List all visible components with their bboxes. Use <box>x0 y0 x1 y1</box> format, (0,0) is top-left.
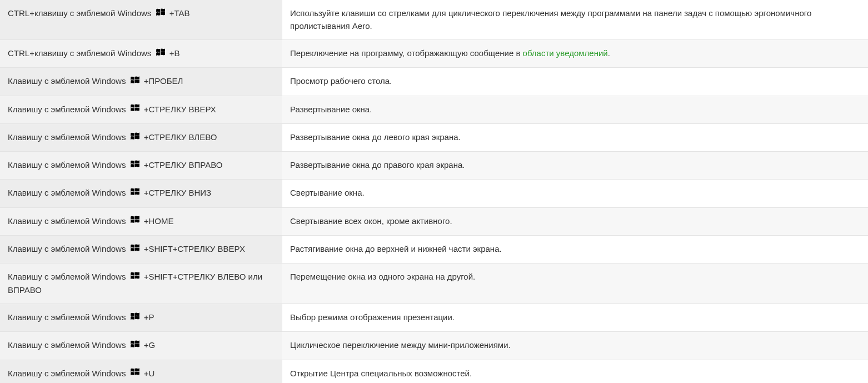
shortcut-key-cell: Клавишу с эмблемой Windows +G <box>0 332 282 360</box>
shortcut-key-prefix: Клавишу с эмблемой Windows <box>8 188 126 197</box>
shortcut-key-suffix: +ПРОБЕЛ <box>144 76 183 86</box>
shortcut-key-cell: Клавишу с эмблемой Windows +СТРЕЛКУ ВЛЕВ… <box>0 123 282 151</box>
shortcut-desc-text: Открытие Центра специальных возможностей… <box>290 369 472 378</box>
shortcut-desc-text: Просмотр рабочего стола. <box>290 76 392 86</box>
shortcut-desc-cell: Развертывание окна до правого края экран… <box>282 152 868 180</box>
shortcut-desc-text-after: . <box>608 48 610 58</box>
windows-logo-icon <box>129 271 141 283</box>
shortcut-key-cell: CTRL+клавишу с эмблемой Windows +TAB <box>0 0 282 40</box>
shortcut-key-suffix: +СТРЕЛКУ ВВЕРХ <box>144 105 216 114</box>
windows-logo-icon <box>129 103 141 116</box>
shortcut-key-prefix: Клавишу с эмблемой Windows <box>8 312 126 322</box>
shortcut-desc-text: Выбор режима отображения презентации. <box>290 312 455 322</box>
table-row: Клавишу с эмблемой Windows +UОткрытие Це… <box>0 360 868 383</box>
shortcut-key-suffix: +HOME <box>144 216 174 226</box>
shortcut-key-prefix: Клавишу с эмблемой Windows <box>8 105 126 114</box>
shortcut-key-prefix: Клавишу с эмблемой Windows <box>8 76 126 86</box>
shortcut-desc-cell: Открытие Центра специальных возможностей… <box>282 360 868 383</box>
shortcut-desc-text: Растягивание окна до верхней и нижней ча… <box>290 244 502 253</box>
table-row: Клавишу с эмблемой Windows +HOMEСвертыва… <box>0 207 868 235</box>
shortcut-desc-text: Перемещение окна из одного экрана на дру… <box>290 272 475 281</box>
shortcut-desc-text: Развертывание окна. <box>290 105 372 114</box>
windows-logo-icon <box>129 367 141 380</box>
windows-logo-icon <box>155 47 166 60</box>
shortcut-desc-cell: Растягивание окна до верхней и нижней ча… <box>282 235 868 263</box>
shortcut-key-prefix: Клавишу с эмблемой Windows <box>8 132 126 142</box>
shortcut-key-prefix: Клавишу с эмблемой Windows <box>8 160 126 170</box>
shortcut-desc-cell: Перемещение окна из одного экрана на дру… <box>282 263 868 304</box>
shortcut-key-prefix: Клавишу с эмблемой Windows <box>8 272 126 281</box>
shortcut-key-cell: Клавишу с эмблемой Windows +P <box>0 304 282 332</box>
table-row: Клавишу с эмблемой Windows +СТРЕЛКУ ВЛЕВ… <box>0 123 868 151</box>
shortcut-desc-text: Свертывание окна. <box>290 188 365 197</box>
shortcut-key-suffix: +СТРЕЛКУ ВПРАВО <box>144 160 223 170</box>
shortcut-key-prefix: Клавишу с эмблемой Windows <box>8 340 126 350</box>
shortcut-desc-cell: Развертывание окна до левого края экрана… <box>282 123 868 151</box>
shortcut-key-cell: Клавишу с эмблемой Windows +СТРЕЛКУ ВПРА… <box>0 152 282 180</box>
shortcut-key-prefix: Клавишу с эмблемой Windows <box>8 369 126 378</box>
table-row: Клавишу с эмблемой Windows +СТРЕЛКУ ВНИЗ… <box>0 180 868 207</box>
shortcut-table: CTRL+клавишу с эмблемой Windows +TABИспо… <box>0 0 868 383</box>
windows-logo-icon <box>129 131 141 144</box>
notification-area-link[interactable]: области уведомлений <box>523 48 608 58</box>
shortcut-key-prefix: Клавишу с эмблемой Windows <box>8 216 126 226</box>
table-row: CTRL+клавишу с эмблемой Windows +TABИспо… <box>0 0 868 40</box>
shortcut-key-suffix: +СТРЕЛКУ ВНИЗ <box>144 188 211 197</box>
shortcut-desc-text: Переключение на программу, отображающую … <box>290 48 523 58</box>
shortcut-desc-cell: Переключение на программу, отображающую … <box>282 40 868 68</box>
table-row: CTRL+клавишу с эмблемой Windows +BПерекл… <box>0 40 868 68</box>
windows-logo-icon <box>129 187 141 200</box>
shortcut-key-suffix: +U <box>144 369 155 378</box>
table-row: Клавишу с эмблемой Windows +СТРЕЛКУ ВВЕР… <box>0 96 868 123</box>
shortcut-key-suffix: +SHIFT+СТРЕЛКУ ВВЕРХ <box>144 244 245 253</box>
shortcut-key-suffix: +TAB <box>169 8 190 18</box>
shortcut-desc-text: Циклическое переключение между мини-прил… <box>290 340 511 350</box>
shortcut-desc-cell: Развертывание окна. <box>282 96 868 123</box>
shortcut-key-cell: CTRL+клавишу с эмблемой Windows +B <box>0 40 282 68</box>
shortcut-desc-text: Развертывание окна до правого края экран… <box>290 160 465 170</box>
table-row: Клавишу с эмблемой Windows +SHIFT+СТРЕЛК… <box>0 235 868 263</box>
shortcut-key-cell: Клавишу с эмблемой Windows +SHIFT+СТРЕЛК… <box>0 235 282 263</box>
shortcut-desc-cell: Циклическое переключение между мини-прил… <box>282 332 868 360</box>
shortcut-key-cell: Клавишу с эмблемой Windows +U <box>0 360 282 383</box>
shortcut-key-suffix: +P <box>144 312 154 322</box>
table-row: Клавишу с эмблемой Windows +ПРОБЕЛПросмо… <box>0 68 868 96</box>
windows-logo-icon <box>129 339 141 352</box>
table-row: Клавишу с эмблемой Windows +SHIFT+СТРЕЛК… <box>0 263 868 304</box>
shortcut-desc-cell: Просмотр рабочего стола. <box>282 68 868 96</box>
shortcut-key-prefix: CTRL+клавишу с эмблемой Windows <box>8 8 151 18</box>
shortcut-desc-cell: Свертывание окна. <box>282 180 868 207</box>
shortcut-desc-cell: Используйте клавиши со стрелками для цик… <box>282 0 868 40</box>
shortcut-desc-text: Используйте клавиши со стрелками для цик… <box>290 8 811 31</box>
shortcut-desc-text: Свертывание всех окон, кроме активного. <box>290 216 452 226</box>
shortcut-key-cell: Клавишу с эмблемой Windows +ПРОБЕЛ <box>0 68 282 96</box>
shortcut-key-cell: Клавишу с эмблемой Windows +SHIFT+СТРЕЛК… <box>0 263 282 304</box>
table-row: Клавишу с эмблемой Windows +СТРЕЛКУ ВПРА… <box>0 152 868 180</box>
table-row: Клавишу с эмблемой Windows +GЦиклическое… <box>0 332 868 360</box>
shortcut-key-cell: Клавишу с эмблемой Windows +HOME <box>0 207 282 235</box>
shortcut-key-prefix: Клавишу с эмблемой Windows <box>8 244 126 253</box>
windows-logo-icon <box>129 159 141 172</box>
windows-logo-icon <box>129 75 141 88</box>
shortcut-key-suffix: +G <box>144 340 155 350</box>
shortcut-key-cell: Клавишу с эмблемой Windows +СТРЕЛКУ ВВЕР… <box>0 96 282 123</box>
shortcut-key-prefix: CTRL+клавишу с эмблемой Windows <box>8 48 151 58</box>
shortcut-key-cell: Клавишу с эмблемой Windows +СТРЕЛКУ ВНИЗ <box>0 180 282 207</box>
windows-logo-icon <box>129 311 141 324</box>
shortcut-key-suffix: +СТРЕЛКУ ВЛЕВО <box>144 132 217 142</box>
shortcut-desc-cell: Выбор режима отображения презентации. <box>282 304 868 332</box>
table-row: Клавишу с эмблемой Windows +PВыбор режим… <box>0 304 868 332</box>
windows-logo-icon <box>155 7 166 20</box>
shortcut-desc-text: Развертывание окна до левого края экрана… <box>290 132 461 142</box>
shortcut-desc-cell: Свертывание всех окон, кроме активного. <box>282 207 868 235</box>
windows-logo-icon <box>129 243 141 256</box>
shortcut-key-suffix: +B <box>169 48 180 58</box>
windows-logo-icon <box>129 215 141 227</box>
